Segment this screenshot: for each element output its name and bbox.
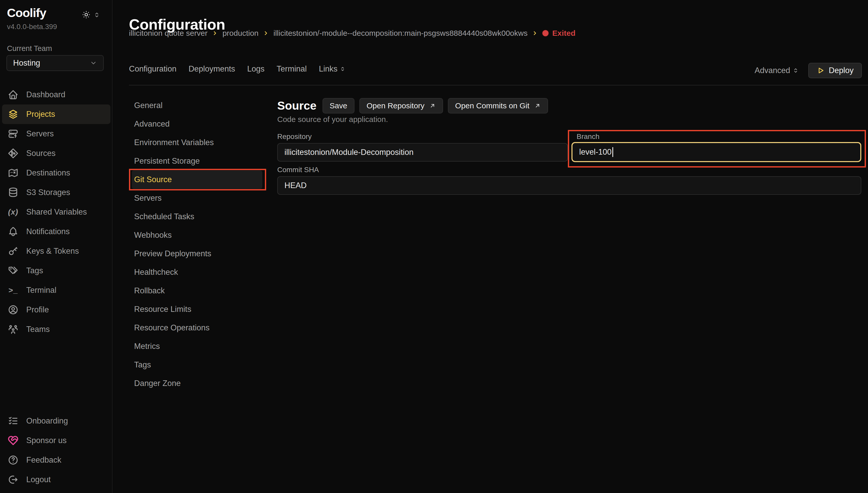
user-circle-icon — [8, 304, 19, 315]
deploy-button[interactable]: Deploy — [808, 63, 862, 78]
tab-bar: Configuration Deployments Logs Terminal … — [129, 64, 346, 73]
subnav-metrics[interactable]: Metrics — [132, 337, 262, 356]
sidebar-item-label: Projects — [26, 110, 55, 119]
top-actions: Advanced Deploy — [755, 63, 862, 78]
subnav-preview-deployments[interactable]: Preview Deployments — [132, 244, 262, 263]
tab-configuration[interactable]: Configuration — [129, 64, 176, 73]
chevron-updown-icon — [340, 66, 346, 72]
branch-label: Branch — [577, 132, 599, 141]
sidebar-item-sponsor-us[interactable]: Sponsor us — [2, 431, 110, 450]
subnav-healthcheck[interactable]: Healthcheck — [132, 263, 262, 281]
tabs-divider — [129, 85, 868, 85]
sidebar-item-label: Sponsor us — [26, 436, 67, 445]
subnav-git-source[interactable]: Git Source — [132, 170, 262, 189]
sidebar-item-teams[interactable]: Teams — [2, 320, 110, 339]
database-icon — [8, 187, 19, 198]
sidebar-item-tags[interactable]: Tags — [2, 261, 110, 280]
sidebar-item-servers[interactable]: Servers — [2, 124, 110, 144]
sidebar: Coolify v4.0.0-beta.399 Current Team Hos… — [0, 0, 112, 493]
tab-terminal[interactable]: Terminal — [277, 64, 307, 73]
sidebar-item-label: Onboarding — [26, 416, 68, 426]
tags-icon — [8, 265, 19, 276]
sidebar-item-sources[interactable]: Sources — [2, 144, 110, 163]
theme-selector-icon[interactable] — [93, 11, 100, 19]
team-select-value: Hosting — [13, 59, 40, 68]
current-team-label: Current Team — [7, 44, 52, 53]
checklist-icon — [8, 415, 19, 426]
tab-deployments[interactable]: Deployments — [188, 64, 235, 73]
external-link-icon — [534, 102, 541, 109]
source-header: Source Save Open Repository Open Commits… — [277, 98, 548, 113]
sidebar-item-logout[interactable]: Logout — [2, 470, 110, 489]
open-commits-button[interactable]: Open Commits on Git — [448, 98, 548, 113]
subnav-general[interactable]: General — [132, 96, 262, 115]
team-select[interactable]: Hosting — [6, 55, 104, 71]
save-button[interactable]: Save — [322, 98, 355, 113]
heart-hands-icon — [8, 435, 19, 446]
sidebar-item-label: Shared Variables — [26, 207, 87, 217]
sidebar-item-shared-variables[interactable]: (x) Shared Variables — [2, 202, 110, 222]
status-dot-icon — [542, 30, 549, 36]
tab-links[interactable]: Links — [319, 64, 346, 73]
git-source-icon — [8, 148, 19, 159]
subnav-webhooks[interactable]: Webhooks — [132, 226, 262, 244]
sidebar-item-profile[interactable]: Profile — [2, 300, 110, 320]
subnav-servers[interactable]: Servers — [132, 189, 262, 207]
subnav-environment-variables[interactable]: Environment Variables — [132, 133, 262, 152]
sidebar-item-label: Terminal — [26, 286, 56, 295]
key-icon — [8, 246, 19, 257]
sidebar-item-onboarding[interactable]: Onboarding — [2, 411, 110, 431]
sidebar-item-label: Logout — [26, 475, 51, 484]
sidebar-item-terminal[interactable]: >_ Terminal — [2, 280, 110, 300]
repository-label: Repository — [277, 132, 312, 141]
subnav-tags[interactable]: Tags — [132, 356, 262, 374]
bell-icon — [8, 226, 19, 237]
sidebar-item-label: Dashboard — [26, 90, 65, 99]
subnav-persistent-storage[interactable]: Persistent Storage — [132, 152, 262, 170]
sidebar-item-label: Teams — [26, 325, 50, 334]
layers-icon — [8, 109, 19, 120]
tab-logs[interactable]: Logs — [247, 64, 264, 73]
subnav-scheduled-tasks[interactable]: Scheduled Tasks — [132, 207, 262, 226]
sun-icon[interactable] — [82, 10, 91, 19]
sidebar-item-label: Notifications — [26, 227, 70, 236]
sidebar-item-projects[interactable]: Projects — [2, 105, 110, 124]
sidebar-item-feedback[interactable]: Feedback — [2, 450, 110, 470]
commit-sha-label: Commit SHA — [277, 166, 319, 174]
subnav-rollback[interactable]: Rollback — [132, 281, 262, 300]
app-version: v4.0.0-beta.399 — [7, 23, 57, 31]
variables-icon: (x) — [8, 207, 19, 217]
sidebar-item-notifications[interactable]: Notifications — [2, 222, 110, 241]
sidebar-item-destinations[interactable]: Destinations — [2, 163, 110, 183]
sidebar-item-dashboard[interactable]: Dashboard — [2, 85, 110, 105]
sidebar-item-s3-storages[interactable]: S3 Storages — [2, 183, 110, 202]
configuration-subnav: General Advanced Environment Variables P… — [132, 96, 262, 393]
advanced-dropdown[interactable]: Advanced — [755, 66, 799, 75]
play-icon — [817, 66, 825, 74]
chevron-down-icon — [90, 60, 97, 67]
subnav-resource-operations[interactable]: Resource Operations — [132, 319, 262, 337]
subnav-danger-zone[interactable]: Danger Zone — [132, 374, 262, 393]
sidebar-item-label: Servers — [26, 129, 54, 138]
breadcrumb: illicitonion quote server production ill… — [129, 29, 575, 38]
team-icon — [8, 324, 19, 335]
sidebar-item-label: Destinations — [26, 168, 70, 177]
breadcrumb-application[interactable]: illicitestonion/-module--decomposition:m… — [273, 29, 527, 38]
commit-sha-input[interactable]: HEAD — [277, 176, 861, 195]
chevron-right-icon — [532, 30, 538, 36]
repository-input[interactable]: illicitestonion/Module-Decomposition — [277, 143, 568, 162]
branch-input[interactable]: level-100 — [571, 142, 861, 162]
subnav-resource-limits[interactable]: Resource Limits — [132, 300, 262, 319]
source-title: Source — [277, 99, 317, 112]
breadcrumb-project[interactable]: illicitonion quote server — [129, 29, 208, 38]
app-logo[interactable]: Coolify — [7, 6, 46, 20]
breadcrumb-environment[interactable]: production — [223, 29, 258, 38]
sidebar-item-keys-tokens[interactable]: Keys & Tokens — [2, 241, 110, 261]
text-cursor — [612, 147, 613, 157]
sidebar-item-label: Sources — [26, 149, 56, 158]
subnav-advanced[interactable]: Advanced — [132, 115, 262, 133]
sidebar-item-label: Tags — [26, 266, 43, 275]
open-repository-button[interactable]: Open Repository — [359, 98, 443, 113]
sidebar-item-label: Feedback — [26, 455, 61, 465]
chevron-right-icon — [212, 30, 218, 36]
